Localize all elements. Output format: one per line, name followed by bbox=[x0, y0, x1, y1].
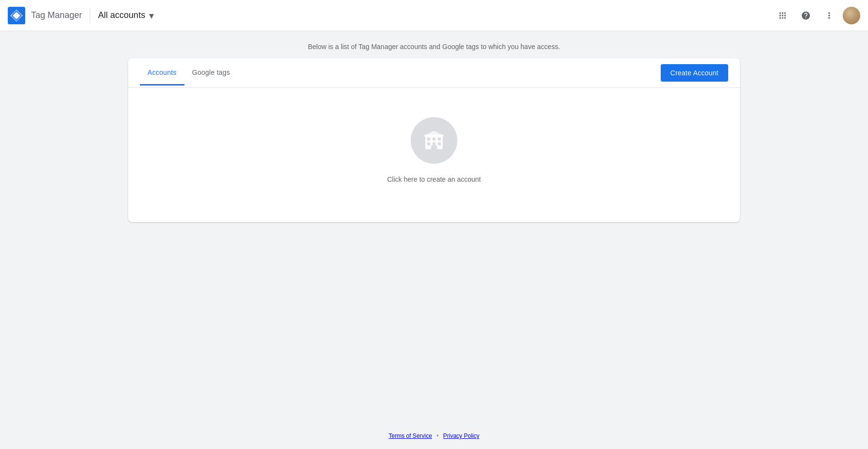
help-button[interactable] bbox=[796, 6, 816, 25]
svg-rect-7 bbox=[433, 138, 435, 140]
breadcrumb: All accounts ▾ bbox=[98, 10, 154, 21]
subtitle-text: Below is a list of Tag Manager accounts … bbox=[308, 43, 560, 51]
tabs: Accounts Google tags bbox=[140, 61, 238, 85]
apps-button[interactable] bbox=[773, 6, 792, 25]
svg-rect-6 bbox=[427, 138, 430, 140]
tag-manager-logo[interactable] bbox=[8, 7, 25, 24]
svg-rect-8 bbox=[438, 138, 441, 140]
card-header: Accounts Google tags Create Account bbox=[128, 58, 740, 88]
more-vert-icon bbox=[824, 11, 834, 20]
apps-icon bbox=[778, 11, 787, 20]
main-content: Below is a list of Tag Manager accounts … bbox=[0, 31, 868, 449]
avatar-image bbox=[843, 7, 860, 24]
tab-google-tags[interactable]: Google tags bbox=[184, 61, 238, 86]
terms-of-service-link[interactable]: Terms of Service bbox=[389, 432, 432, 439]
accounts-card: Accounts Google tags Create Account bbox=[128, 58, 740, 222]
navbar: Tag Manager All accounts ▾ bbox=[0, 0, 868, 31]
empty-state-icon-container[interactable] bbox=[411, 117, 457, 164]
empty-state-text[interactable]: Click here to create an account bbox=[387, 175, 481, 183]
svg-rect-10 bbox=[433, 142, 435, 145]
footer: Terms of Service • Privacy Policy bbox=[0, 423, 868, 449]
help-icon bbox=[801, 11, 811, 20]
navbar-divider bbox=[90, 8, 90, 23]
svg-rect-11 bbox=[438, 142, 441, 145]
navbar-logo: Tag Manager bbox=[8, 7, 82, 24]
create-account-button[interactable]: Create Account bbox=[661, 64, 728, 82]
avatar[interactable] bbox=[843, 7, 860, 24]
privacy-policy-link[interactable]: Privacy Policy bbox=[443, 432, 480, 439]
navbar-right bbox=[773, 6, 860, 25]
breadcrumb-text: All accounts bbox=[98, 10, 145, 20]
more-options-button[interactable] bbox=[819, 6, 839, 25]
card-header-actions: Create Account bbox=[661, 58, 728, 87]
tab-accounts[interactable]: Accounts bbox=[140, 61, 184, 86]
footer-separator: • bbox=[436, 432, 438, 439]
accounts-empty-icon bbox=[422, 129, 446, 152]
card-body: Click here to create an account bbox=[128, 88, 740, 222]
svg-rect-9 bbox=[427, 142, 430, 145]
svg-marker-14 bbox=[424, 131, 444, 136]
app-name: Tag Manager bbox=[31, 10, 82, 20]
subtitle-bar: Below is a list of Tag Manager accounts … bbox=[0, 31, 868, 58]
svg-rect-12 bbox=[431, 145, 437, 149]
chevron-down-icon[interactable]: ▾ bbox=[149, 10, 154, 21]
